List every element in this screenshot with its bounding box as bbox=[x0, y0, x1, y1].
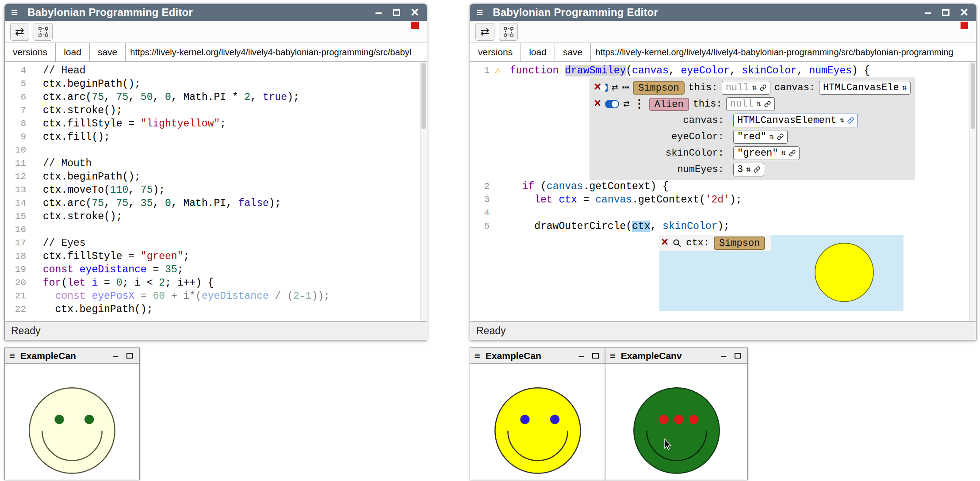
value-box-canvas[interactable]: HTMLCanvasEle ⇅ bbox=[819, 81, 911, 95]
load-button[interactable]: load bbox=[521, 43, 555, 61]
minimize-button[interactable]: – bbox=[924, 8, 931, 17]
menu-dots-icon[interactable]: ⋯ bbox=[622, 84, 629, 92]
example-canvas[interactable] bbox=[5, 364, 139, 480]
code-line[interactable]: 13ctx.moveTo(110, 75); bbox=[5, 183, 427, 197]
code-line[interactable]: 22 ctx.beginPath(); bbox=[5, 303, 427, 316]
example-toggle-icon[interactable] bbox=[605, 84, 608, 92]
magnifier-icon[interactable] bbox=[673, 239, 681, 248]
stepper-icon[interactable]: ⇅ bbox=[769, 133, 774, 141]
code-line[interactable]: 15ctx.stroke(); bbox=[5, 210, 427, 223]
example-toggle-icon[interactable] bbox=[605, 100, 619, 108]
stepper-icon[interactable]: ⇅ bbox=[839, 117, 844, 124]
maximize-button[interactable] bbox=[735, 353, 741, 359]
value-box[interactable]: "green" ⇅ bbox=[733, 146, 800, 160]
menu-dots-icon[interactable]: ⋮ bbox=[634, 100, 645, 108]
link-icon[interactable] bbox=[777, 134, 784, 140]
code-line[interactable]: 16 bbox=[5, 223, 427, 237]
titlebar[interactable]: ≡ Babylonian Programming Editor – × bbox=[5, 4, 427, 21]
example-canvas[interactable] bbox=[605, 364, 747, 480]
selection-tool-button[interactable] bbox=[499, 23, 518, 41]
close-button[interactable]: × bbox=[411, 7, 419, 18]
code-line[interactable]: 19const eyeDistance = 35; bbox=[5, 263, 427, 276]
selection-tool-button[interactable] bbox=[34, 23, 53, 41]
probe-badge-simpson[interactable]: Simpson bbox=[714, 237, 765, 250]
example-canvas[interactable] bbox=[470, 364, 605, 480]
migrate-examples-button[interactable]: ⇄ bbox=[475, 23, 494, 41]
code-editor[interactable]: 4// Head5ctx.beginPath();6ctx.arc(75, 75… bbox=[5, 62, 427, 321]
link-icon[interactable] bbox=[760, 84, 766, 91]
link-icon[interactable] bbox=[789, 150, 796, 157]
code-line[interactable]: 20for(let i = 0; i < 2; i++) { bbox=[5, 276, 427, 290]
window-menu-icon[interactable]: ≡ bbox=[11, 7, 18, 18]
value-box[interactable]: HTMLCanvasElement ⇅ bbox=[733, 114, 858, 127]
delete-probe-icon[interactable]: × bbox=[661, 237, 668, 249]
code-line[interactable]: 5 drawOuterCircle(ctx, skinColor); bbox=[470, 220, 976, 233]
code-line[interactable]: 11// Mouth bbox=[5, 157, 427, 170]
scrollbar-thumb[interactable] bbox=[421, 63, 426, 129]
code-line[interactable]: 1⚠function drawSmiley(canvas, eyeColor, … bbox=[470, 64, 976, 77]
example-badge-simpson[interactable]: Simpson bbox=[633, 81, 684, 95]
scrollbar[interactable] bbox=[969, 62, 976, 321]
delete-example-icon[interactable]: × bbox=[594, 98, 601, 110]
titlebar[interactable]: ≡ ExampleCanv – bbox=[605, 348, 747, 364]
link-icon[interactable] bbox=[754, 166, 760, 173]
code-line[interactable]: 4// Head bbox=[5, 64, 427, 77]
stepper-icon[interactable]: ⇅ bbox=[902, 84, 907, 92]
maximize-button[interactable] bbox=[592, 353, 599, 359]
maximize-button[interactable] bbox=[393, 9, 400, 16]
swap-arrows-icon[interactable]: ⇄ bbox=[612, 83, 618, 93]
code-editor[interactable]: 1⚠function drawSmiley(canvas, eyeColor, … bbox=[470, 62, 976, 321]
stepper-icon[interactable]: ⇅ bbox=[746, 166, 750, 173]
window-menu-icon[interactable]: ≡ bbox=[610, 351, 616, 361]
example-badge-alien[interactable]: Alien bbox=[649, 98, 689, 111]
save-button[interactable]: save bbox=[90, 43, 126, 61]
code-line[interactable]: 12ctx.beginPath(); bbox=[5, 170, 427, 183]
migrate-examples-button[interactable]: ⇄ bbox=[10, 23, 29, 41]
minimize-button[interactable]: – bbox=[113, 352, 119, 359]
stepper-icon[interactable]: ⇅ bbox=[752, 84, 756, 92]
close-button[interactable]: × bbox=[960, 7, 968, 18]
versions-button[interactable]: versions bbox=[5, 43, 56, 61]
code-line[interactable]: 9ctx.fill(); bbox=[5, 130, 427, 144]
code-line[interactable]: 18ctx.fillStyle = "green"; bbox=[5, 250, 427, 263]
code-line[interactable]: 10 bbox=[5, 144, 427, 157]
window-menu-icon[interactable]: ≡ bbox=[475, 351, 480, 361]
maximize-button[interactable] bbox=[126, 353, 133, 359]
code-line[interactable]: 2 if (canvas.getContext) { bbox=[470, 180, 976, 193]
swap-arrows-icon[interactable]: ⇄ bbox=[623, 99, 629, 110]
code-line[interactable]: 3 let ctx = canvas.getContext('2d'); bbox=[470, 193, 976, 206]
value-box-this[interactable]: null ⇅ bbox=[722, 81, 770, 95]
window-menu-icon[interactable]: ≡ bbox=[476, 7, 483, 18]
titlebar[interactable]: ≡ ExampleCan – bbox=[470, 348, 605, 364]
save-button[interactable]: save bbox=[555, 43, 591, 61]
window-menu-icon[interactable]: ≡ bbox=[9, 351, 15, 361]
param-label: numEyes: bbox=[594, 164, 729, 175]
url-field[interactable]: https://lively-kernel.org/lively4/lively… bbox=[591, 43, 976, 61]
code-line[interactable]: 21 const eyePosX = 60 + i*(eyeDistance /… bbox=[5, 290, 427, 303]
versions-button[interactable]: versions bbox=[470, 43, 521, 61]
minimize-button[interactable]: – bbox=[721, 352, 727, 359]
code-line[interactable]: 6ctx.arc(75, 75, 50, 0, Math.PI * 2, tru… bbox=[5, 91, 427, 104]
link-icon[interactable] bbox=[847, 117, 854, 124]
value-box[interactable]: 3 ⇅ bbox=[733, 163, 764, 176]
scrollbar[interactable] bbox=[420, 62, 427, 321]
maximize-button[interactable] bbox=[942, 9, 949, 16]
code-line[interactable]: 14ctx.arc(75, 75, 35, 0, Math.PI, false)… bbox=[5, 197, 427, 210]
code-line[interactable]: 8ctx.fillStyle = "lightyellow"; bbox=[5, 117, 427, 130]
scrollbar-thumb[interactable] bbox=[971, 63, 975, 129]
code-line[interactable]: 17// Eyes bbox=[5, 237, 427, 250]
link-icon[interactable] bbox=[764, 101, 771, 107]
minimize-button[interactable]: – bbox=[578, 352, 584, 359]
titlebar[interactable]: ≡ ExampleCan – bbox=[5, 348, 139, 364]
minimize-button[interactable]: – bbox=[375, 8, 382, 17]
stepper-icon[interactable]: ⇅ bbox=[757, 100, 761, 108]
code-line[interactable]: 5ctx.beginPath(); bbox=[5, 77, 427, 91]
url-field[interactable]: https://lively-kernel.org/lively4/lively… bbox=[126, 43, 427, 61]
code-line[interactable]: 7ctx.stroke(); bbox=[5, 104, 427, 117]
stepper-icon[interactable]: ⇅ bbox=[781, 149, 785, 157]
titlebar[interactable]: ≡ Babylonian Programming Editor – × bbox=[470, 4, 976, 21]
value-box-this[interactable]: null ⇅ bbox=[726, 97, 775, 111]
load-button[interactable]: load bbox=[56, 43, 90, 61]
code-line[interactable]: 4 bbox=[470, 206, 976, 220]
value-box[interactable]: "red" ⇅ bbox=[733, 130, 788, 144]
